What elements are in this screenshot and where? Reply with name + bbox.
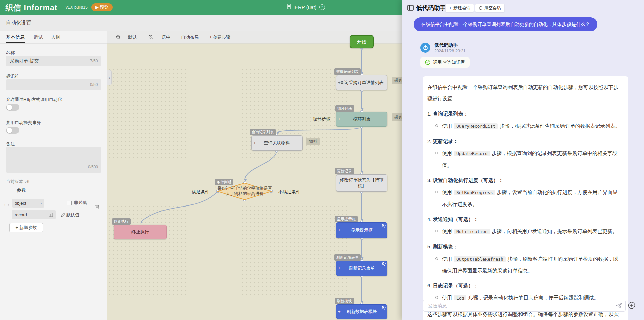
name-input[interactable] <box>6 56 101 66</box>
add-param-button[interactable]: + 新增参数 <box>9 223 43 232</box>
node-label: 显示提示框 <box>351 227 373 233</box>
assign-user-icon[interactable] <box>381 262 386 268</box>
drag-handle-icon[interactable]: ⋮⋮ <box>3 203 10 206</box>
code-chip: QueryRecordList <box>454 123 498 129</box>
node-show-prompt[interactable]: +显示提示框 <box>336 222 387 238</box>
step-type-pill: 刷新模块 <box>335 298 354 304</box>
http-toggle[interactable] <box>6 104 19 111</box>
create-step-button[interactable]: + 创建步骤 <box>209 34 230 40</box>
bullet-icon <box>435 296 438 299</box>
answer-item-bullet: 使用Notification步骤，向相关用户发送通知，提示采购订单列表已更新。 <box>435 226 621 237</box>
node-query-detail[interactable]: +查询采购订单详情列表 <box>336 75 387 90</box>
default-value-label: 默认值 <box>66 212 79 218</box>
version-info: 当前版本 v6 <box>6 179 29 185</box>
tool-call-badge[interactable]: 调用 查询知识库 <box>420 57 470 68</box>
default-value-link[interactable]: 默认值 <box>61 212 79 218</box>
name-label: 名称 <box>6 50 15 56</box>
new-session-button[interactable]: + 新建会话 <box>445 4 474 12</box>
plus-icon[interactable]: + <box>338 80 341 86</box>
edge-label-match: 满足条件 <box>192 189 209 195</box>
param-type-select[interactable]: object › <box>12 199 44 208</box>
panel-toggle-icon[interactable] <box>407 5 414 12</box>
step-type-pill: 循环列表 <box>335 105 354 112</box>
code-chip: OutputTableRefresh <box>454 256 506 262</box>
zoom-out-icon[interactable] <box>148 35 153 41</box>
answer-item-bullet: 使用OutputTableRefresh步骤，刷新客户端打开的采购订单模块的数据… <box>435 253 621 276</box>
tool-call-label: 调用 查询知识库 <box>433 59 465 65</box>
delete-param-icon[interactable] <box>95 204 100 211</box>
params-section-label[interactable]: 参数 <box>17 187 26 193</box>
condition-line1: 采购订单详情的含税价格是否 <box>215 186 274 191</box>
answer-item-title: 5. 刷新模块： <box>427 242 621 252</box>
plus-icon[interactable]: + <box>338 227 341 233</box>
node-label: 循环列表 <box>353 116 371 122</box>
answer-item-title: 1. 查询记录列表： <box>427 109 621 119</box>
node-label: 刷新记录表单 <box>349 265 375 271</box>
assistant-message-card: 在织信平台中配置一个采购订单查询列表后自动更新的自动化步骤，您可以按照以下步骤进… <box>423 76 628 320</box>
code-chip: Notification <box>454 229 490 234</box>
sidebar-collapse-handle[interactable]: ‹ <box>107 70 112 85</box>
pencil-icon <box>61 213 65 217</box>
help-icon[interactable]: ? <box>319 4 325 10</box>
plus-icon[interactable]: + <box>338 309 341 315</box>
remark-textarea[interactable] <box>6 147 101 173</box>
step-type-pill: 终止执行 <box>112 218 131 225</box>
chevron-right-icon: › <box>40 201 42 206</box>
step-type-pill: 查询记录列表 <box>250 129 276 135</box>
app-logo: 织信 Informat <box>5 3 57 13</box>
node-query-material[interactable]: +查询关联物料 <box>251 135 303 151</box>
identifier-input[interactable] <box>6 79 101 90</box>
step-type-pill: 更新记录 <box>335 168 354 174</box>
node-update-status[interactable]: +修改订单状态为【待审核】 <box>336 174 387 192</box>
identifier-label: 标识符 <box>6 73 19 79</box>
zoom-in-icon[interactable] <box>116 35 121 41</box>
bullet-icon <box>435 230 438 232</box>
output-tag: 采购订单详情 <box>392 113 402 121</box>
edge-label-loop: 循环步骤 <box>313 116 330 122</box>
node-loop-list[interactable]: +循环列表 <box>336 112 387 127</box>
assign-user-icon[interactable] <box>381 306 386 312</box>
assistant-name: 低代码助手 <box>434 42 458 48</box>
node-terminate[interactable]: 终止执行 <box>114 225 167 239</box>
user-message-bubble: 在织信平台中配置一个采购订单查询列表后自动更新的自动化，具体步骤是什么？ <box>414 17 597 31</box>
assistant-title: 低代码助手 <box>416 4 446 12</box>
divider <box>0 43 107 44</box>
assistant-avatar <box>420 43 430 53</box>
answer-item-title: 2. 更新记录： <box>427 136 621 146</box>
center-button[interactable]: 居中 <box>162 34 170 40</box>
edge-label-no-match: 不满足条件 <box>278 189 300 195</box>
condition-node[interactable]: 采购订单详情的含税价格是否 大于物料的最高进价 <box>215 186 274 196</box>
tab-debug[interactable]: 调试 <box>34 34 43 40</box>
param-name-input[interactable]: record <box>12 210 56 219</box>
check-circle-icon <box>425 60 430 65</box>
bullet-icon <box>435 191 438 193</box>
assign-user-icon[interactable] <box>381 224 386 230</box>
tab-basic-info[interactable]: 基本信息 <box>6 34 25 40</box>
remark-label: 备注 <box>6 141 15 147</box>
optional-checkbox[interactable] <box>67 201 72 205</box>
node-label: 修改订单状态为【待审核】 <box>336 177 387 189</box>
plus-icon[interactable]: + <box>338 116 341 122</box>
preview-button[interactable]: ▶ 预览 <box>91 3 113 11</box>
plus-icon[interactable]: + <box>215 185 217 190</box>
tab-outline[interactable]: 大纲 <box>51 34 60 40</box>
send-icon[interactable] <box>616 303 622 310</box>
flow-canvas[interactable]: 默认 居中 自动布局 + 创建步骤 开始 +查询采购订单详情列表 +循环列表 +… <box>107 31 402 320</box>
add-attachment-icon[interactable] <box>628 302 635 310</box>
clear-session-button[interactable]: 清空会话 <box>475 4 505 12</box>
plus-icon[interactable]: + <box>338 265 341 271</box>
node-refresh-module[interactable]: +刷新数据表模块 <box>336 304 387 319</box>
node-label: 查询关联物料 <box>264 140 290 146</box>
workspace-switcher[interactable]: ERP (uat) ? <box>287 4 325 10</box>
plus-icon[interactable]: + <box>253 140 256 146</box>
page-title: 自动化设置 <box>6 20 31 26</box>
node-refresh-form[interactable]: +刷新记录表单 <box>336 261 387 276</box>
transaction-toggle[interactable] <box>6 127 19 134</box>
answer-item-title: 6. 日志记录（可选）： <box>427 281 621 291</box>
transaction-label: 禁用自动提交事务 <box>6 120 41 126</box>
node-start[interactable]: 开始 <box>350 35 374 48</box>
auto-layout-button[interactable]: 自动布局 <box>181 34 199 40</box>
zoom-default-button[interactable]: 默认 <box>128 34 137 40</box>
plus-icon[interactable]: + <box>338 180 341 186</box>
chat-message-input[interactable] <box>423 300 626 312</box>
